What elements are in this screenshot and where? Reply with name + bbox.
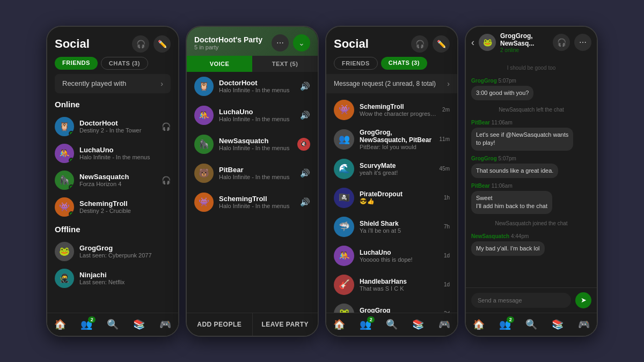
volume-icon-doctorhoot[interactable]: 🔊 — [300, 82, 310, 91]
nav-home[interactable]: 🏠 — [54, 319, 66, 330]
screen3-nav-profile[interactable]: 🎮 — [438, 319, 450, 330]
party-member-luchauno[interactable]: 🤼 LuchaUno Halo Infinite - In the menus … — [187, 101, 318, 130]
msg-newsasquatch-1: NewSasquatch 4:44pm My bad y'all. I'm ba… — [471, 233, 545, 256]
chat-more-icon[interactable]: ⋯ — [574, 34, 591, 51]
screen4-nav-profile[interactable]: 🎮 — [578, 319, 590, 330]
friend-luchauno[interactable]: 🤼 LuchaUno Halo Infinite - In the menus — [47, 140, 178, 167]
avatar-schemingtroll: 👾 — [55, 197, 74, 217]
back-button[interactable]: ‹ — [471, 37, 474, 48]
chat-preview-group: PitBear: lol you would — [360, 144, 434, 150]
chat-name-schemingtroll: SchemingTroll — [360, 103, 437, 110]
chat-item-schemingtroll[interactable]: 👾 SchemingTroll Wow the character progre… — [326, 95, 457, 124]
screen3-nav-library[interactable]: 📚 — [412, 319, 424, 330]
tab-chats[interactable]: CHATS (3) — [101, 57, 148, 70]
screen4-nav-search[interactable]: 🔍 — [525, 319, 537, 330]
screen3-compose-icon[interactable]: ✏️ — [433, 35, 450, 53]
volume-icon-pitbear[interactable]: 🔊 — [300, 168, 310, 178]
tab-friends[interactable]: FRIENDS — [55, 57, 98, 70]
chat-info-handlebar: HandlebarHans That was S I C K — [360, 278, 438, 292]
compose-icon[interactable]: ✏️ — [153, 35, 171, 53]
system-msg-left-chat: NewSasquatch left the chat — [471, 105, 591, 115]
nav-library[interactable]: 📚 — [133, 319, 145, 330]
screen3-header: Social 🎧 ✏️ — [326, 27, 457, 57]
nav-search[interactable]: 🔍 — [107, 319, 119, 330]
send-button[interactable]: ➤ — [575, 292, 591, 308]
search-icon-3: 🔍 — [386, 319, 398, 330]
avatar-party-doctorhoot: 🦉 — [194, 77, 214, 96]
chat-item-luchauno2[interactable]: 🤼 LuchaUno Yooooo this is dope! 1d — [326, 241, 457, 270]
chat-info-luchauno2: LuchaUno Yooooo this is dope! — [360, 249, 438, 263]
screen4-nav-home[interactable]: 🏠 — [473, 319, 485, 330]
friend-action-doctorhoot[interactable]: 🎧 — [162, 122, 171, 131]
volume-icon-schemingtroll[interactable]: 🔊 — [300, 197, 310, 207]
library-icon: 📚 — [133, 319, 145, 330]
party-tab-text[interactable]: TEXT (5) — [252, 56, 318, 72]
add-people-button[interactable]: ADD PEOPLE — [187, 313, 253, 336]
headset-icon[interactable]: 🎧 — [132, 35, 149, 53]
party-down-icon[interactable]: ⌄ — [293, 34, 310, 51]
avatar-chat-detail: 🐸 — [479, 34, 496, 51]
friend-newsasquatch[interactable]: 🦍 NewSasquatch Forza Horizon 4 🎧 — [47, 167, 178, 194]
screen3-nav-search[interactable]: 🔍 — [386, 319, 398, 330]
friend-status-ninjachi: Last seen: Netflix — [79, 279, 171, 285]
status-online — [69, 184, 74, 190]
party-tab-voice[interactable]: VOICE — [187, 56, 252, 72]
friend-ninjachi[interactable]: 🥷 Ninjachi Last seen: Netflix — [47, 265, 178, 292]
chat-item-group[interactable]: 👥 GrogGrog, NewSasquatch, PitBear PitBea… — [326, 124, 457, 154]
chat-time-schemingtroll: 2m — [442, 107, 450, 113]
msg-groggrog-2: GrogGrog 5:07pm That sounds like a great… — [471, 155, 558, 178]
party-member-status-schemingtroll: Halo Infinite - In the menus — [219, 203, 295, 209]
chat-info-scurvymate: ScurvyMate yeah it's great! — [360, 162, 434, 176]
friend-doctorhoot[interactable]: 🦉 DoctorHoot Destiny 2 - In the Tower 🎧 — [47, 113, 178, 140]
party-member-pitbear[interactable]: 🐻 PitBear Halo Infinite - In the menus 🔊 — [187, 159, 318, 188]
party-more-icon[interactable]: ⋯ — [272, 34, 289, 51]
volume-icon-luchauno[interactable]: 🔊 — [300, 110, 310, 120]
chat-item-handlebar[interactable]: 🎸 HandlebarHans That was S I C K 1d — [326, 270, 457, 299]
party-member-status-doctorhoot: Halo Infinite - In the menus — [219, 87, 295, 93]
friend-groggrog[interactable]: 🐸 GrogGrog Last seen: Cyberpunk 2077 — [47, 238, 178, 265]
msg-text-newsasquatch-1: My bad y'all. I'm back lol — [471, 241, 545, 256]
screen3-tab-friends[interactable]: FRIENDS — [334, 57, 378, 70]
chat-time-group: 11m — [440, 136, 450, 142]
friend-name-doctorhoot: DoctorHoot — [79, 119, 156, 127]
party-member-doctorhoot[interactable]: 🦉 DoctorHoot Halo Infinite - In the menu… — [187, 72, 318, 101]
screen3-nav-home[interactable]: 🏠 — [333, 319, 345, 330]
chat-item-piratedropout[interactable]: 🏴‍☠️ PirateDropout 😎👍 1h — [326, 183, 457, 212]
avatar-chat-shieldshark: 🦈 — [334, 217, 354, 237]
nav-profile[interactable]: 🎮 — [159, 319, 171, 330]
message-request-banner[interactable]: Message request (2 unread, 8 total) › — [326, 74, 457, 93]
nav-social[interactable]: 👥 2 — [80, 319, 92, 330]
leave-party-button[interactable]: LEAVE PARTY — [253, 313, 318, 336]
chat-input-field[interactable] — [471, 293, 571, 308]
party-member-newsasquatch[interactable]: 🦍 NewSasquatch Halo Infinite - In the me… — [187, 130, 318, 159]
home-icon-4: 🏠 — [473, 319, 485, 330]
avatar-party-schemingtroll: 👾 — [194, 193, 214, 212]
nav-badge-social: 2 — [88, 316, 96, 323]
screen3-chat-list: 👾 SchemingTroll Wow the character progre… — [326, 95, 457, 313]
recently-played-row[interactable]: Recently played with › — [55, 74, 171, 93]
friend-schemingtroll[interactable]: 👾 SchemingTroll Destiny 2 - Crucible — [47, 194, 178, 220]
chat-item-shieldshark[interactable]: 🦈 Shield Shark Ya i'll be on at 5 7h — [326, 212, 457, 241]
screen4-nav-library[interactable]: 📚 — [552, 319, 564, 330]
recently-played-text: Recently played with — [62, 79, 126, 87]
screen3-headset-icon[interactable]: 🎧 — [411, 35, 428, 53]
screen3-nav-social[interactable]: 👥 2 — [360, 319, 371, 330]
avatar-party-pitbear: 🐻 — [194, 164, 214, 183]
party-member-info-newsasquatch: NewSasquatch Halo Infinite - In the menu… — [219, 137, 292, 151]
screen1-tabs: FRIENDS CHATS (3) — [47, 57, 178, 70]
chat-item-scurvymate[interactable]: 🌊 ScurvyMate yeah it's great! 45m — [326, 154, 457, 183]
friend-action-newsasquatch[interactable]: 🎧 — [162, 176, 171, 184]
avatar-newsasquatch: 🦍 — [55, 171, 74, 190]
friend-info-schemingtroll: SchemingTroll Destiny 2 - Crucible — [79, 200, 171, 214]
friend-info-ninjachi: Ninjachi Last seen: Netflix — [79, 271, 171, 285]
screen3-tabs: FRIENDS CHATS (3) — [326, 57, 457, 70]
chat-headset-icon[interactable]: 🎧 — [553, 34, 570, 51]
chat-item-groggrog[interactable]: 🐸 GrogGrog hahaha 2d — [326, 299, 457, 313]
party-member-name-schemingtroll: SchemingTroll — [219, 195, 295, 203]
party-member-schemingtroll[interactable]: 👾 SchemingTroll Halo Infinite - In the m… — [187, 188, 318, 217]
screen3-tab-chats[interactable]: CHATS (3) — [381, 57, 427, 70]
chat-info-piratedropout: PirateDropout 😎👍 — [360, 190, 438, 205]
phone-4: ‹ 🐸 GrogGrog, NewSasq... 2 online 🎧 ⋯ I … — [465, 26, 598, 337]
screen4-nav-social[interactable]: 👥 2 — [499, 319, 511, 330]
muted-icon-newsasquatch[interactable]: 🔇 — [297, 138, 310, 151]
